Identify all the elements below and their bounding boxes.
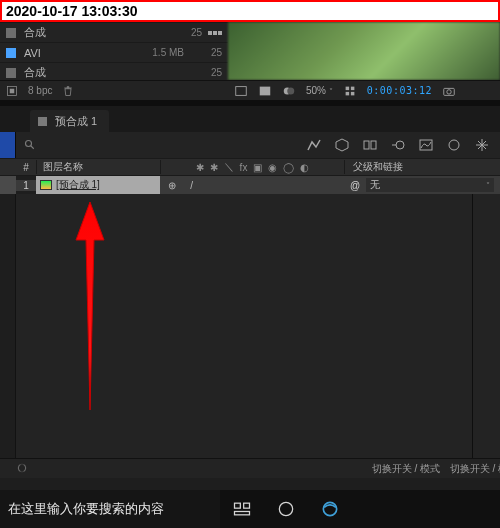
toggle-transparency-icon[interactable] xyxy=(258,84,272,98)
layer-styles-icon[interactable] xyxy=(446,137,462,153)
timecode-stub[interactable] xyxy=(0,132,16,158)
taskbar-search[interactable]: 在这里输入你要搜索的内容 xyxy=(0,490,220,528)
composition-viewer[interactable] xyxy=(228,22,500,80)
svg-rect-2 xyxy=(236,86,247,95)
svg-rect-6 xyxy=(345,86,349,90)
svg-point-25 xyxy=(279,502,292,515)
svg-rect-24 xyxy=(235,512,250,515)
composition-icon xyxy=(38,117,47,126)
timeline-body[interactable] xyxy=(0,194,500,458)
timeline-tab[interactable]: 预合成 1 xyxy=(30,110,109,132)
video-file-icon xyxy=(6,48,16,58)
project-item-size: 1.5 MB xyxy=(152,47,184,58)
toggle-alpha-icon[interactable] xyxy=(234,84,248,98)
draft-3d-icon[interactable] xyxy=(334,137,350,153)
project-row[interactable]: 合成 25 xyxy=(0,62,228,82)
frame-blend-icon[interactable] xyxy=(362,137,378,153)
timeline-tabs: 预合成 1 xyxy=(0,106,500,132)
interpret-footage-icon[interactable] xyxy=(6,85,18,97)
cortana-icon[interactable] xyxy=(264,490,308,528)
svg-rect-21 xyxy=(21,464,24,472)
svg-rect-9 xyxy=(351,91,355,95)
layer-search[interactable] xyxy=(16,132,274,158)
motion-blur-icon[interactable] xyxy=(390,137,406,153)
svg-rect-14 xyxy=(364,141,369,149)
layer-number: 1 xyxy=(16,180,36,191)
parent-value: 无 xyxy=(370,178,380,192)
svg-rect-15 xyxy=(371,141,376,149)
shy-icon: ✱ xyxy=(196,162,204,173)
column-switches: ✱ ✱ ＼ fx ▣ ◉ ◯ ◐ xyxy=(160,160,344,174)
svg-rect-8 xyxy=(345,91,349,95)
layer-row[interactable]: 1 [预合成 1] ⊕ / @ 无 ˅ xyxy=(0,176,500,194)
switches-mode-toggle[interactable]: 切换开关 / 模式 xyxy=(372,462,440,476)
project-toolbar: 8 bpc xyxy=(0,80,228,100)
column-index: # xyxy=(16,162,36,173)
footer-toggle-button-left[interactable] xyxy=(16,462,28,476)
taskbar-search-placeholder: 在这里输入你要搜索的内容 xyxy=(8,500,164,518)
project-item-name: AVI xyxy=(24,47,146,59)
timeline-columns: # 图层名称 ✱ ✱ ＼ fx ▣ ◉ ◯ ◐ 父级和链接 xyxy=(0,158,500,176)
current-timecode[interactable]: 0:00:03:12 xyxy=(367,85,432,96)
layer-name-cell[interactable]: [预合成 1] xyxy=(36,176,160,194)
tab-label: 预合成 1 xyxy=(55,114,97,129)
svg-rect-22 xyxy=(235,503,241,508)
project-item-rate: 25 xyxy=(180,27,202,38)
timeline-footer: 切换开关 / 模式 切换开关 / 模 xyxy=(0,458,500,478)
snapshot-icon[interactable] xyxy=(442,84,456,98)
svg-point-12 xyxy=(26,141,32,147)
parent-dropdown[interactable]: 无 ˅ xyxy=(366,178,494,192)
resolution-icon[interactable] xyxy=(343,84,357,98)
effects-icon[interactable] xyxy=(474,137,490,153)
svg-point-19 xyxy=(449,140,459,150)
chevron-down-icon: ˅ xyxy=(486,181,490,190)
project-item-name: 合成 xyxy=(24,25,174,40)
zoom-dropdown[interactable]: 50% ˅ xyxy=(306,85,333,96)
windows-taskbar: 在这里输入你要搜索的内容 xyxy=(0,490,500,528)
mask-icon[interactable] xyxy=(282,84,296,98)
layer-switches[interactable]: ⊕ / xyxy=(160,176,344,194)
timestamp-banner: 2020-10-17 13:03:30 xyxy=(0,0,500,22)
svg-rect-1 xyxy=(10,88,15,93)
layer-normal-icon[interactable]: ⊕ xyxy=(168,180,176,191)
graph-editor-icon[interactable] xyxy=(418,137,434,153)
viewer-toolbar: 50% ˅ 0:00:03:12 xyxy=(228,80,500,100)
timeline-toolbar xyxy=(0,132,500,158)
layer-name-text: [预合成 1] xyxy=(56,178,100,192)
flowchart-icon[interactable] xyxy=(208,26,222,40)
task-view-icon[interactable] xyxy=(220,490,264,528)
svg-point-16 xyxy=(396,141,404,149)
switches-mode-toggle-right[interactable]: 切换开关 / 模 xyxy=(450,462,500,476)
svg-rect-7 xyxy=(351,86,355,90)
edge-icon[interactable] xyxy=(308,490,352,528)
column-layer-name[interactable]: 图层名称 xyxy=(36,160,160,174)
svg-rect-23 xyxy=(244,503,250,508)
project-item-name: 合成 xyxy=(24,65,194,80)
layer-thumb-icon xyxy=(40,180,52,190)
project-item-rate: 25 xyxy=(200,67,222,78)
column-parent[interactable]: 父级和链接 xyxy=(344,160,500,174)
fx-label: fx xyxy=(240,162,248,173)
composition-icon xyxy=(6,28,16,38)
bit-depth-button[interactable]: 8 bpc xyxy=(28,85,52,96)
comp-flowchart-icon[interactable] xyxy=(306,137,322,153)
svg-point-5 xyxy=(287,87,294,94)
svg-line-13 xyxy=(31,146,34,149)
fx-icon: ✱ xyxy=(210,162,218,173)
search-icon xyxy=(24,139,36,151)
pickwhip-icon[interactable]: @ xyxy=(350,180,360,191)
trash-icon[interactable] xyxy=(62,85,74,97)
svg-point-11 xyxy=(447,89,451,93)
project-row[interactable]: 合成 25 xyxy=(0,22,228,42)
composition-icon xyxy=(6,68,16,78)
project-row[interactable]: AVI 1.5 MB 25 xyxy=(0,42,228,62)
svg-rect-3 xyxy=(260,86,271,95)
project-item-rate: 25 xyxy=(200,47,222,58)
